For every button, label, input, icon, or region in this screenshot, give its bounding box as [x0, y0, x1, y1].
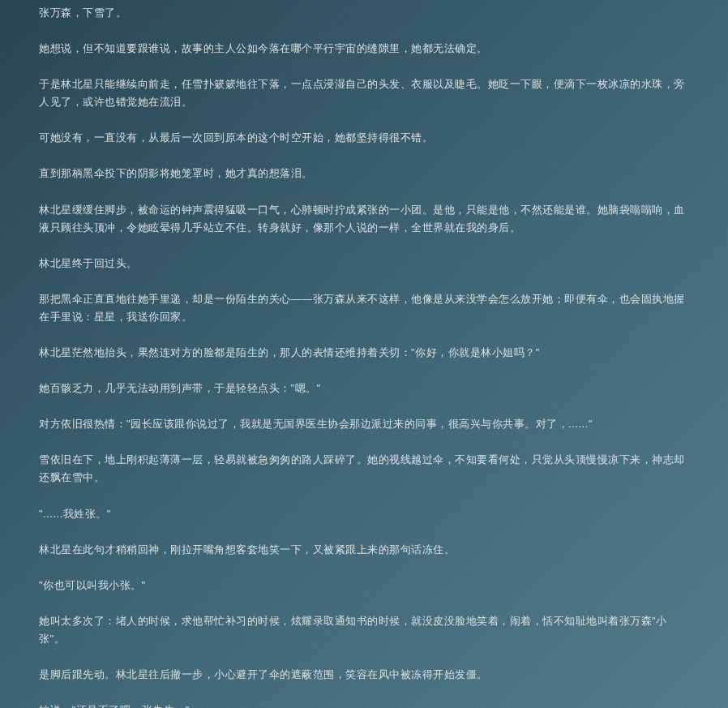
story-paragraph: "你也可以叫我小张。": [39, 577, 689, 594]
story-paragraph: "......我姓张。": [39, 505, 689, 523]
story-paragraph: 雪依旧在下，地上刚积起薄薄一层，轻易就被急匆匆的路人踩碎了。她的视线越过伞，不知…: [39, 451, 689, 487]
story-paragraph: 她想说，但不知道要跟谁说，故事的主人公如今落在哪个平行宇宙的缝隙里，她都无法确定…: [39, 40, 689, 58]
story-paragraph: 直到那柄黑伞投下的阴影将她笼罩时，她才真的想落泪。: [39, 165, 689, 182]
story-paragraph: 林北星终于回过头。: [39, 255, 689, 272]
story-paragraph: 可她没有，一直没有，从最后一次回到原本的这个时空开始，她都坚持得很不错。: [39, 129, 689, 147]
story-paragraph: 对方依旧很热情："园长应该跟你说过了，我就是无国界医生协会那边派过来的同事，很高…: [39, 415, 689, 433]
story-paragraph: 那把黑伞正直直地往她手里递，却是一份陌生的关心——张万森从来不这样，他像是从来没…: [39, 290, 689, 326]
story-paragraph: 她说："还是不了吧，张先生。": [39, 702, 689, 708]
story-paragraph: 林北星在此句才稍稍回神，刚拉开嘴角想客套地笑一下，又被紧跟上来的那句话冻住。: [39, 541, 689, 559]
story-paragraph: 是脚后跟先动。林北星往后撤一步，小心避开了伞的遮蔽范围，笑容在风中被冻得开始发僵…: [39, 666, 689, 684]
story-content: 张万森，下雪了。 她想说，但不知道要跟谁说，故事的主人公如今落在哪个平行宇宙的缝…: [39, 4, 689, 708]
story-paragraph: 林北星茫然地抬头，果然连对方的脸都是陌生的，那人的表情还维持着关切："你好，你就…: [39, 344, 689, 362]
story-paragraph: 张万森，下雪了。: [39, 4, 689, 22]
story-paragraph: 林北星缓缓住脚步，被命运的钟声震得猛吸一口气，心肺顿时拧成紧张的一小团。是他，只…: [39, 201, 689, 237]
story-paragraph: 她百骸乏力，几乎无法动用到声带，于是轻轻点头："嗯。": [39, 380, 689, 397]
story-paragraph: 她叫太多次了：堵人的时候，求他帮忙补习的时候，炫耀录取通知书的时候，就没皮没脸地…: [39, 612, 689, 648]
story-paragraph: 于是林北星只能继续向前走，任雪扑簌簌地往下落，一点点浸湿自己的头发、衣服以及睫毛…: [39, 75, 689, 111]
